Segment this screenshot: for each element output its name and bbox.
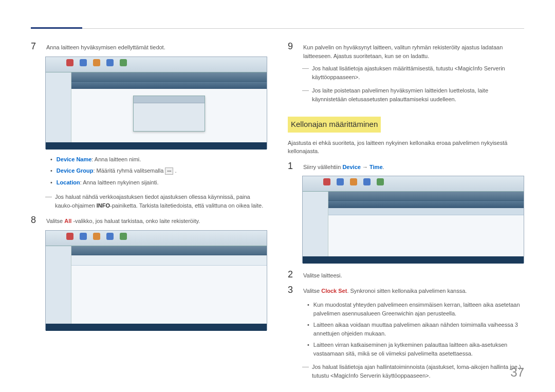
location-text: : Anna laitteen nykyinen sijainti. [80,179,159,185]
list-item: Laitteen virran katkaiseminen ja kytkemi… [307,341,524,358]
sub-bullets: Kun muodostat yhteyden palvelimeen ensim… [307,301,524,358]
note-text: Jos laite poistetaan palvelimen hyväksym… [312,86,524,103]
note-item: ― Jos laite poistetaan palvelimen hyväks… [302,86,524,103]
all-label: All [64,218,71,224]
bullet-icon [307,321,309,338]
screenshot-header [303,176,524,192]
sub-bullet-text: Laitteen aikaa voidaan muuttaa palvelime… [313,321,524,338]
bullet-icon [307,341,309,358]
screenshot-device-approval [45,57,267,149]
device-name-label: Device Name [57,156,92,162]
dash-icon: ― [302,86,309,103]
bullet-icon [50,166,52,175]
step-number: 9 [288,41,297,60]
bullet-icon [50,155,52,164]
step-7: 7 Anna laitteen hyväksymisen edellyttämä… [31,41,267,52]
bullet-icon [307,301,309,318]
device-group-label: Device Group [57,167,94,174]
step-number: 1 [288,161,297,172]
note-item: ― Jos haluat lisätietoja ajan hallintato… [302,363,524,380]
section-heading: Kellonajan määrittäminen [288,117,381,133]
header-rule [31,28,524,29]
note-item: ― Jos haluat nähdä verkkoajastuksen tied… [45,193,267,210]
dash-icon: ― [45,193,52,210]
bullet-icon [50,178,52,187]
list-item: Kun muodostat yhteyden palvelimeen ensim… [307,301,524,318]
approval-dialog [133,96,205,132]
field-bullets: Device Name: Anna laitteen nimi. Device … [50,155,267,187]
step-1: 1 Siirry välilehtiin Device → Time. [288,161,524,172]
screenshot-header [46,231,267,246]
step-number: 8 [31,215,40,226]
note-text: Jos haluat lisätietoja ajastuksen määrit… [312,64,524,81]
dash-icon: ― [302,363,309,380]
note-item: ― Jos haluat lisätietoja ajastuksen määr… [302,64,524,81]
step-text: Valitse All -valikko, jos haluat tarkist… [46,215,267,226]
list-item: Location: Anna laitteen nykyinen sijaint… [50,178,267,187]
screenshot-device-time [302,176,524,263]
sub-bullet-text: Laitteen virran katkaiseminen ja kytkemi… [313,341,524,358]
section-intro: Ajastusta ei ehkä suoriteta, jos laittee… [288,139,524,156]
device-tab-label: Device [342,164,360,170]
step8-pre: Valitse [46,218,64,224]
list-item: Device Name: Anna laitteen nimi. [50,155,267,164]
ellipsis-button-icon: ••• [165,167,173,175]
list-item: Device Group: Määritä ryhmä valitsemalla… [50,166,267,175]
device-name-text: : Anna laitteen nimi. [91,156,141,162]
step-text: Valitse Clock Set. Synkronoi sitten kell… [303,285,524,296]
time-tab-label: Time [369,164,382,170]
step-8: 8 Valitse All -valikko, jos haluat tarki… [31,215,267,226]
step-text: Anna laitteen hyväksymisen edellyttämät … [46,41,267,52]
device-group-text: : Määritä ryhmä valitsemalla [93,167,165,174]
header-accent [31,27,82,29]
page-number: 37 [510,363,524,382]
step-2: 2 Valitse laitteesi. [288,269,524,281]
info-label: INFO [97,202,110,209]
step-9: 9 Kun palvelin on hyväksynyt laitteen, v… [288,41,524,60]
screenshot-header [46,57,267,72]
arrow: → [361,164,369,170]
note-text: Jos haluat lisätietoja ajan hallintatoim… [312,363,524,380]
list-item: Laitteen aikaa voidaan muuttaa palvelime… [307,321,524,338]
step1-pre: Siirry välilehtiin [303,164,342,170]
step-number: 2 [288,269,297,281]
step-text: Siirry välilehtiin Device → Time. [303,161,524,172]
sub-bullet-text: Kun muodostat yhteyden palvelimeen ensim… [313,301,524,318]
step-number: 3 [288,285,297,296]
step-text: Kun palvelin on hyväksynyt laitteen, val… [303,41,524,60]
note-text-post: -painiketta. Tarkista laitetiedoista, et… [110,202,263,209]
left-column: 7 Anna laitteen hyväksymisen edellyttämä… [31,26,267,385]
step-number: 7 [31,41,40,52]
step1-post: . [383,164,384,170]
step-text: Valitse laitteesi. [303,269,524,281]
clock-set-label: Clock Set [321,288,347,294]
page-content: 7 Anna laitteen hyväksymisen edellyttämä… [0,0,555,392]
dash-icon: ― [302,64,309,81]
right-column: 9 Kun palvelin on hyväksynyt laitteen, v… [288,26,524,385]
step-3: 3 Valitse Clock Set. Synkronoi sitten ke… [288,285,524,296]
step8-post: -valikko, jos haluat tarkistaa, onko lai… [71,218,200,224]
screenshot-all-view [45,230,267,330]
step3-post: . Synkronoi sitten kellonaika palvelimen… [347,288,467,294]
location-label: Location [57,179,80,185]
step3-pre: Valitse [303,288,321,294]
